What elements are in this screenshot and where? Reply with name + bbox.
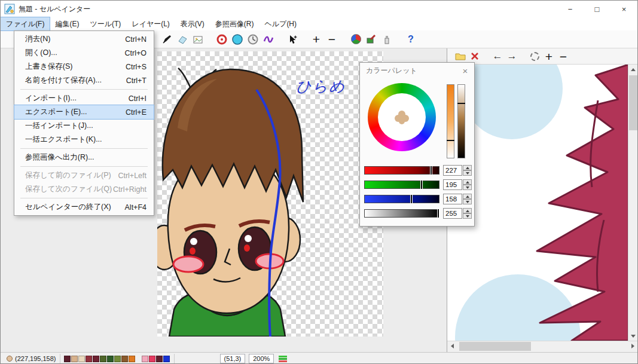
color-swatch[interactable]	[64, 356, 71, 362]
green-spin-up-button[interactable]	[463, 179, 472, 185]
gray-slider[interactable]	[364, 209, 439, 218]
color-swatch[interactable]	[78, 356, 85, 362]
reference-zoom-in-button[interactable]: +	[542, 49, 556, 63]
drawing-canvas[interactable]: ひらめ	[157, 51, 383, 337]
color-swatch[interactable]	[129, 356, 135, 362]
scroll-down-button[interactable]	[628, 331, 637, 341]
previous-reference-button[interactable]: ←	[490, 49, 505, 63]
vertical-scrollbar[interactable]	[628, 65, 637, 341]
green-spin-down-button[interactable]	[463, 185, 472, 190]
blue-value-field[interactable]: 158	[443, 194, 462, 204]
color-wheel-button[interactable]	[348, 32, 364, 47]
red-spin-up-button[interactable]	[463, 165, 472, 170]
menu-edit[interactable]: 編集(E)	[50, 17, 84, 30]
open-reference-button[interactable]	[453, 49, 468, 63]
green-slider[interactable]	[364, 181, 439, 189]
wave-tool-button[interactable]	[261, 32, 276, 47]
remove-reference-button[interactable]	[468, 49, 482, 63]
color-swatch[interactable]	[100, 356, 106, 362]
zoom-level-box[interactable]: 200%	[249, 354, 274, 363]
menu-item-batch-export[interactable]: 一括エクスポート(K)...	[14, 133, 154, 146]
menu-item-export[interactable]: エクスポート(E)...Ctrl+E	[14, 105, 154, 119]
red-dial-tool-button[interactable]	[214, 32, 230, 47]
gray-value-field[interactable]: 255	[443, 208, 462, 219]
menu-item-clear[interactable]: 消去(N)Ctrl+N	[14, 32, 154, 46]
current-color-blob	[393, 109, 411, 126]
color-swatch[interactable]	[156, 356, 163, 362]
palette-close-button[interactable]: ×	[456, 66, 474, 76]
menu-item-open[interactable]: 開く(O)...Ctrl+O	[14, 46, 154, 60]
image-icon	[192, 33, 204, 45]
zoom-out-button[interactable]: −	[324, 32, 340, 47]
menu-layer[interactable]: レイヤー(L)	[126, 17, 175, 30]
cyan-circle-tool-button[interactable]	[230, 32, 245, 47]
value-marker	[457, 103, 465, 104]
color-palette-window: カラーパレット × 227 195	[359, 62, 475, 227]
bottle-tool-button[interactable]	[379, 32, 395, 47]
character-artwork	[157, 51, 383, 337]
reference-zoom-out-button[interactable]: −	[556, 49, 570, 63]
palette-titlebar[interactable]: カラーパレット ×	[360, 63, 474, 78]
menu-help[interactable]: ヘルプ(H)	[260, 17, 303, 30]
hand-tool-button[interactable]	[285, 32, 300, 47]
menu-separator	[20, 89, 148, 90]
horizontal-scrollbar-thumb[interactable]	[459, 342, 531, 351]
eraser-tool-button[interactable]	[175, 32, 190, 47]
horizontal-scrollbar[interactable]	[447, 341, 637, 351]
blue-slider[interactable]	[364, 195, 439, 203]
color-swatch[interactable]	[114, 356, 121, 362]
minimize-button[interactable]: −	[557, 1, 584, 17]
menu-item-import[interactable]: インポート(I)...Ctrl+I	[14, 91, 154, 105]
zoom-in-button[interactable]: +	[309, 32, 324, 47]
menu-tools[interactable]: ツール(T)	[84, 17, 126, 30]
gray-dial-tool-button[interactable]	[245, 32, 261, 47]
vertical-scrollbar-thumb[interactable]	[629, 75, 637, 130]
color-swatch[interactable]	[163, 356, 170, 362]
gray-spin-up-button[interactable]	[463, 208, 472, 213]
menu-item-save-as[interactable]: 名前を付けて保存(A)...Ctrl+T	[14, 74, 154, 87]
scroll-right-button[interactable]	[628, 341, 637, 351]
blue-spin-up-button[interactable]	[463, 194, 472, 199]
scroll-left-button[interactable]	[447, 341, 457, 351]
menu-reference[interactable]: 参照画像(R)	[210, 17, 260, 30]
menu-item-exit[interactable]: セルペインターの終了(X)Alt+F4	[14, 200, 154, 214]
value-bar[interactable]	[457, 84, 465, 158]
current-color-text: (227,195,158)	[15, 355, 56, 362]
scroll-up-button[interactable]	[628, 65, 637, 74]
menu-item-save-next-file: 保存して次のファイル(Q)Ctrl+Right	[14, 182, 154, 196]
minus-icon: −	[560, 50, 567, 63]
menu-item-batch-import[interactable]: 一括インポート(J)...	[14, 119, 154, 133]
paint-palette-icon	[365, 33, 377, 45]
saturation-bar[interactable]	[447, 84, 454, 158]
red-slider[interactable]	[364, 166, 439, 175]
color-swatch[interactable]	[107, 356, 114, 362]
color-swatch[interactable]	[149, 356, 155, 362]
blue-spin-down-button[interactable]	[463, 199, 472, 204]
image-tool-button[interactable]	[190, 32, 206, 47]
rotate-reference-button[interactable]	[527, 49, 542, 63]
red-spin-down-button[interactable]	[463, 170, 472, 176]
help-button[interactable]: ?	[403, 32, 419, 47]
color-swatch[interactable]	[93, 356, 99, 362]
close-button[interactable]: ×	[610, 1, 637, 17]
color-swatch[interactable]	[121, 356, 128, 362]
menu-item-save[interactable]: 上書き保存(S)Ctrl+S	[14, 60, 154, 74]
hue-wheel[interactable]	[368, 83, 436, 151]
color-swatch[interactable]	[142, 356, 148, 362]
plus-icon: +	[545, 50, 552, 63]
reference-image-view[interactable]	[447, 65, 637, 341]
menu-item-output-to-reference[interactable]: 参照画像へ出力(R)...	[14, 151, 154, 164]
reference-toolbar: ← → + −	[447, 48, 637, 65]
red-value-field[interactable]: 227	[443, 165, 462, 176]
color-swatch[interactable]	[71, 356, 78, 362]
maximize-button[interactable]: □	[584, 1, 610, 17]
paint-tool-button[interactable]	[364, 32, 379, 47]
next-reference-button[interactable]: →	[505, 49, 519, 63]
color-swatch[interactable]	[86, 356, 92, 362]
pen-tool-button[interactable]	[159, 32, 175, 47]
menu-file[interactable]: ファイル(F)	[1, 17, 50, 30]
green-value-field[interactable]: 195	[443, 179, 462, 190]
red-x-icon	[469, 51, 480, 62]
gray-spin-down-button[interactable]	[463, 213, 472, 219]
menu-view[interactable]: 表示(V)	[175, 17, 210, 30]
